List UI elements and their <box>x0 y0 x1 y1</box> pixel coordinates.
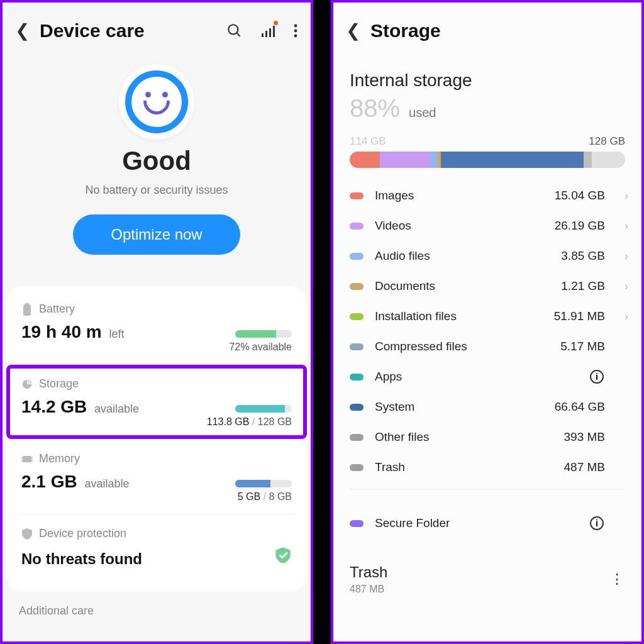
category-row[interactable]: Trash487 MB› <box>350 452 633 482</box>
battery-available: 72% available <box>229 341 292 353</box>
battery-bar <box>235 330 292 338</box>
battery-label: Battery <box>39 303 75 316</box>
category-color-pill <box>350 520 364 527</box>
device-care-screen: ❮ Device care Good No battery or securit… <box>0 0 313 644</box>
search-icon[interactable] <box>226 23 243 39</box>
svg-rect-4 <box>269 28 271 37</box>
category-value: 3.85 GB <box>561 249 605 263</box>
svg-rect-14 <box>31 457 33 458</box>
category-value: 26.19 GB <box>555 219 605 233</box>
svg-point-8 <box>294 35 297 38</box>
optimize-button[interactable]: Optimize now <box>73 214 240 255</box>
battery-card[interactable]: Battery 19 h 40 m left 72% available <box>19 290 294 365</box>
category-name: Documents <box>375 279 550 293</box>
category-color-pill <box>350 283 364 290</box>
header: ❮ Storage <box>333 3 641 52</box>
chevron-right-icon: › <box>620 310 633 323</box>
storage-icon <box>21 379 33 390</box>
category-color-pill <box>350 374 364 380</box>
svg-line-1 <box>236 33 240 36</box>
category-name: Audio files <box>375 249 550 263</box>
memory-label: Memory <box>39 452 80 465</box>
category-name: System <box>375 400 543 414</box>
shield-ok-icon <box>274 547 292 564</box>
notification-dot-icon <box>274 21 278 25</box>
svg-rect-10 <box>23 304 31 316</box>
category-value: 393 MB <box>564 430 605 444</box>
chevron-right-icon: › <box>620 189 633 203</box>
svg-point-6 <box>294 25 297 28</box>
svg-point-7 <box>294 30 297 33</box>
chevron-right-icon: › <box>620 250 633 263</box>
info-icon[interactable]: i <box>590 516 604 530</box>
category-row[interactable]: Documents1.21 GB› <box>350 271 633 301</box>
more-icon[interactable] <box>293 23 298 38</box>
back-icon[interactable]: ❮ <box>346 22 370 40</box>
category-value: 66.64 GB <box>555 400 605 414</box>
category-color-pill <box>350 343 364 350</box>
category-value: 487 MB <box>564 460 605 474</box>
storage-breakdown-bar <box>350 152 625 168</box>
status-subtitle: No battery or security issues <box>15 184 298 197</box>
metrics-card-group: Battery 19 h 40 m left 72% available Sto… <box>6 286 307 592</box>
category-name: Trash <box>375 460 553 474</box>
section-title: Internal storage <box>333 52 641 92</box>
used-label: used <box>409 106 436 120</box>
secure-folder-row-wrap: Secure Folder i › <box>333 496 641 538</box>
back-icon[interactable]: ❮ <box>15 22 40 40</box>
memory-card[interactable]: Memory 2.1 GB available 5 GB / 8 GB <box>19 440 294 514</box>
trash-subtitle: 487 MB <box>350 584 387 595</box>
chevron-right-icon: › <box>620 280 633 293</box>
category-color-pill <box>350 434 364 441</box>
storage-label: Storage <box>39 377 79 391</box>
range-used: 114 GB <box>350 135 386 148</box>
category-list: Images15.04 GB›Videos26.19 GB›Audio file… <box>333 168 641 482</box>
range-total: 128 GB <box>589 135 625 148</box>
category-row[interactable]: Audio files3.85 GB› <box>350 241 633 271</box>
category-color-pill <box>350 313 364 320</box>
category-color-pill <box>350 404 364 411</box>
category-row[interactable]: System66.64 GB› <box>350 392 633 422</box>
category-value: 51.91 MB <box>554 309 605 323</box>
used-percent: 88% <box>350 94 400 123</box>
more-icon[interactable]: ⋮ <box>610 571 625 587</box>
memory-icon <box>21 453 33 465</box>
svg-rect-3 <box>265 31 267 37</box>
storage-bar <box>235 405 292 413</box>
category-row[interactable]: Other files393 MB› <box>350 422 633 452</box>
category-row[interactable]: Videos26.19 GB› <box>350 211 633 241</box>
svg-point-0 <box>228 25 238 34</box>
signal-bars-icon[interactable] <box>260 23 275 38</box>
trash-section[interactable]: Trash 487 MB ⋮ <box>333 538 641 601</box>
storage-screen: ❮ Storage Internal storage 88% used 114 … <box>331 0 644 644</box>
category-row[interactable]: Appsi› <box>350 362 633 392</box>
additional-care-label: Additional care <box>3 592 311 618</box>
category-row[interactable]: Compressed files5.17 MB› <box>350 331 633 362</box>
status-text: Good <box>15 146 298 176</box>
info-icon[interactable]: i <box>590 370 604 384</box>
category-name: Apps <box>375 370 579 384</box>
page-title: Storage <box>370 20 441 42</box>
smiley-icon <box>119 64 194 140</box>
svg-rect-2 <box>262 33 264 37</box>
category-value: 5.17 MB <box>560 340 605 353</box>
protection-status: No threats found <box>21 550 142 568</box>
chevron-right-icon: › <box>620 219 633 233</box>
storage-card[interactable]: Storage 14.2 GB available 113.8 GB / 128… <box>6 365 307 440</box>
category-name: Compressed files <box>375 340 549 353</box>
secure-folder-row[interactable]: Secure Folder i › <box>350 508 633 538</box>
memory-bar <box>235 480 292 487</box>
category-row[interactable]: Images15.04 GB› <box>350 180 633 211</box>
page-title: Device care <box>40 20 145 42</box>
header: ❮ Device care <box>3 3 311 52</box>
svg-rect-15 <box>31 460 33 461</box>
category-name: Videos <box>375 219 543 233</box>
category-color-pill <box>350 464 364 471</box>
category-row[interactable]: Installation files51.91 MB› <box>350 301 633 331</box>
category-color-pill <box>350 253 364 260</box>
svg-rect-5 <box>273 26 275 37</box>
category-color-pill <box>350 223 364 230</box>
shield-icon <box>21 528 33 540</box>
svg-rect-11 <box>23 456 31 462</box>
protection-card[interactable]: Device protection No threats found <box>19 514 294 579</box>
